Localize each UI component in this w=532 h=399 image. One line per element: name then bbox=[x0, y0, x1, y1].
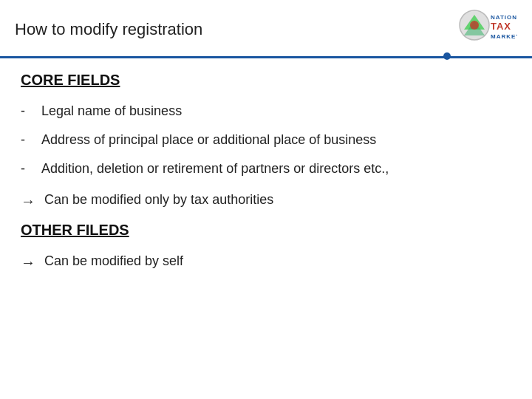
svg-text:TAX: TAX bbox=[491, 21, 511, 32]
core-fields-heading: CORE FIELDS bbox=[21, 72, 511, 89]
bullet-dash: - bbox=[21, 102, 38, 120]
core-fields-arrow-item: → Can be modified only by tax authoritie… bbox=[21, 191, 511, 211]
core-item-3-text: Addition, deletion or retirement of part… bbox=[41, 160, 389, 178]
svg-text:NATION: NATION bbox=[491, 14, 517, 21]
arrow-icon: → bbox=[21, 191, 41, 211]
other-fields-heading: OTHER FILEDS bbox=[21, 222, 511, 239]
list-item: - Addition, deletion or retirement of pa… bbox=[21, 160, 511, 178]
content-area: CORE FIELDS - Legal name of business - A… bbox=[0, 58, 532, 296]
core-fields-arrow-text: Can be modified only by tax authorities bbox=[44, 191, 273, 209]
other-fields-arrow-item: → Can be modified by self bbox=[21, 252, 511, 273]
arrow-icon: → bbox=[21, 252, 41, 273]
logo: NATION TAX MARKET bbox=[458, 9, 517, 50]
logo-svg: NATION TAX MARKET bbox=[458, 9, 517, 50]
core-fields-list: - Legal name of business - Address of pr… bbox=[21, 102, 511, 179]
list-item: - Legal name of business bbox=[21, 102, 511, 120]
page-title: How to modify registration bbox=[15, 20, 202, 39]
core-item-2-text: Address of principal place or additional… bbox=[41, 131, 376, 149]
bullet-dash: - bbox=[21, 160, 38, 178]
other-fields-arrow-text: Can be modified by self bbox=[44, 252, 183, 270]
slide-container: How to modify registration NATION TAX MA… bbox=[0, 0, 532, 399]
header: How to modify registration NATION TAX MA… bbox=[0, 0, 532, 58]
other-fields-section: OTHER FILEDS → Can be modified by self bbox=[21, 222, 511, 273]
list-item: - Address of principal place or addition… bbox=[21, 131, 511, 149]
bullet-dash: - bbox=[21, 131, 38, 149]
core-fields-section: CORE FIELDS - Legal name of business - A… bbox=[21, 72, 511, 211]
core-item-1-text: Legal name of business bbox=[41, 102, 182, 120]
svg-text:MARKET: MARKET bbox=[491, 33, 517, 40]
header-dot bbox=[443, 52, 451, 60]
svg-point-3 bbox=[470, 21, 479, 30]
